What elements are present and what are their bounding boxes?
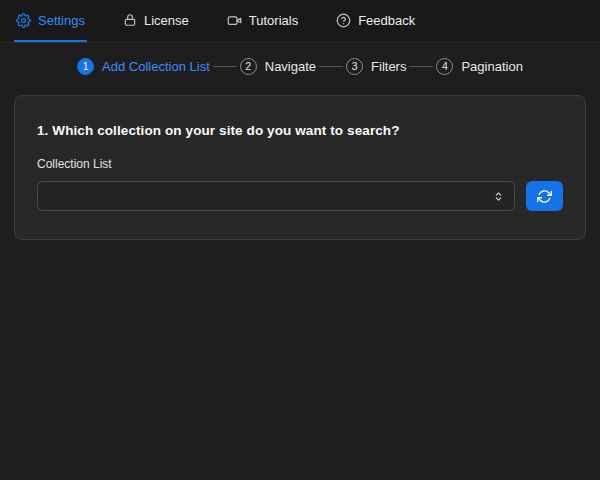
- tab-tutorials[interactable]: Tutorials: [225, 0, 300, 42]
- step-filters[interactable]: 3 Filters: [346, 58, 406, 75]
- step-4-label: Pagination: [461, 59, 522, 74]
- collection-list-field-row: [37, 181, 563, 211]
- tab-feedback[interactable]: Feedback: [334, 0, 417, 42]
- tab-settings-label: Settings: [38, 13, 85, 28]
- step-add-collection-list[interactable]: 1 Add Collection List: [77, 58, 210, 75]
- step-1-circle: 1: [77, 58, 94, 75]
- step-2-label: Navigate: [265, 59, 316, 74]
- video-camera-icon: [227, 13, 242, 28]
- sync-icon: [537, 189, 552, 204]
- collection-list-select[interactable]: [37, 181, 515, 211]
- refresh-collections-button[interactable]: [526, 181, 563, 211]
- gear-icon: [16, 13, 31, 28]
- lock-icon: [123, 13, 137, 27]
- step-connector: [409, 66, 433, 67]
- tab-license-label: License: [144, 13, 189, 28]
- step-2-circle: 2: [240, 58, 257, 75]
- chevron-up-down-icon: [492, 190, 505, 203]
- collection-list-label: Collection List: [37, 157, 563, 171]
- step-3-label: Filters: [371, 59, 406, 74]
- step-3-circle: 3: [346, 58, 363, 75]
- tab-license[interactable]: License: [121, 0, 191, 42]
- step-navigate[interactable]: 2 Navigate: [240, 58, 316, 75]
- wizard-stepper: 1 Add Collection List 2 Navigate 3 Filte…: [0, 57, 600, 75]
- tab-settings[interactable]: Settings: [14, 0, 87, 42]
- step-1-label: Add Collection List: [102, 59, 210, 74]
- collection-settings-card: 1. Which collection on your site do you …: [14, 95, 586, 240]
- tab-feedback-label: Feedback: [358, 13, 415, 28]
- step-connector: [319, 66, 343, 67]
- question-title: 1. Which collection on your site do you …: [37, 123, 563, 138]
- help-circle-icon: [336, 13, 351, 28]
- step-pagination[interactable]: 4 Pagination: [436, 58, 522, 75]
- step-4-circle: 4: [436, 58, 453, 75]
- tab-tutorials-label: Tutorials: [249, 13, 298, 28]
- step-connector: [213, 66, 237, 67]
- top-navigation: Settings License Tutorials Feedback: [0, 0, 600, 43]
- app-window: Settings License Tutorials Feedback 1 Ad…: [0, 0, 600, 480]
